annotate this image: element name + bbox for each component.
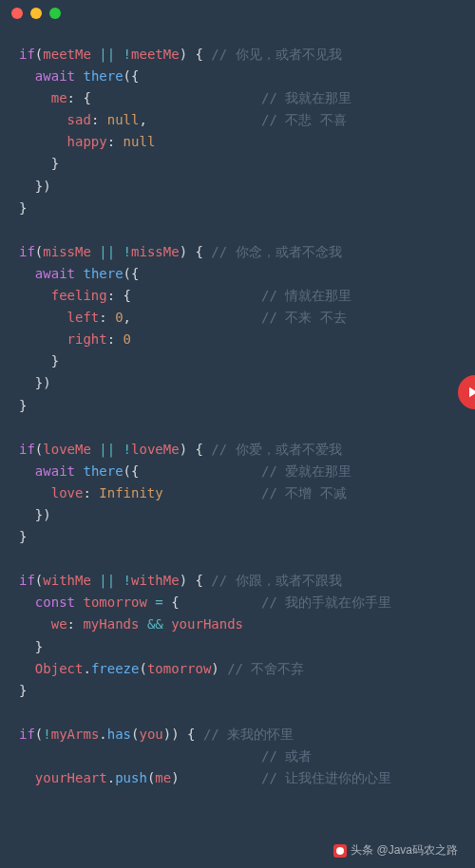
- code-line: // 或者: [19, 745, 456, 767]
- code-line: if(withMe || !withMe) { // 你跟，或者不跟我: [19, 570, 456, 592]
- comment: // 来我的怀里: [196, 726, 294, 742]
- code-line: await there({: [19, 66, 456, 87]
- code-line: }: [19, 153, 456, 175]
- code-line: me: {// 我就在那里: [19, 87, 456, 109]
- code-line: [19, 219, 456, 241]
- comment: // 你见，或者不见我: [203, 47, 342, 62]
- close-icon[interactable]: [11, 8, 23, 19]
- code-line: if(missMe || !missMe) { // 你念，或者不念我: [19, 241, 456, 263]
- comment: // 不悲 不喜: [261, 109, 347, 131]
- code-line: await there({// 爱就在那里: [19, 461, 456, 482]
- code-line: }: [19, 350, 456, 372]
- comment: // 不增 不减: [261, 482, 347, 504]
- code-line: sad: null,// 不悲 不喜: [19, 109, 456, 131]
- code-line: }): [19, 504, 456, 526]
- watermark-logo-icon: [333, 844, 347, 858]
- code-line: }: [19, 680, 456, 702]
- code-line: love: Infinity// 不增 不减: [19, 482, 456, 504]
- watermark-text: 头条 @Java码农之路: [351, 841, 458, 860]
- code-line: }): [19, 176, 456, 198]
- code-line: happy: null: [19, 131, 456, 153]
- code-line: we: myHands && yourHands: [19, 613, 456, 635]
- comment: // 你念，或者不念我: [203, 244, 342, 259]
- comment: // 不来 不去: [261, 307, 347, 329]
- code-line: yourHeart.push(me)// 让我住进你的心里: [19, 767, 456, 789]
- code-line: }: [19, 526, 456, 548]
- code-line: [19, 548, 456, 570]
- code-area: if(meetMe || !meetMe) { // 你见，或者不见我 awai…: [0, 27, 475, 789]
- comment: // 我的手就在你手里: [261, 592, 391, 613]
- code-window: if(meetMe || !meetMe) { // 你见，或者不见我 awai…: [0, 0, 475, 868]
- code-line: if(meetMe || !meetMe) { // 你见，或者不见我: [19, 44, 456, 66]
- code-line: right: 0: [19, 329, 456, 350]
- comment: // 情就在那里: [261, 285, 352, 307]
- window-titlebar: [0, 0, 475, 27]
- code-line: const tomorrow = {// 我的手就在你手里: [19, 592, 456, 613]
- code-line: }: [19, 636, 456, 658]
- watermark: 头条 @Java码农之路: [333, 841, 458, 860]
- comment: // 让我住进你的心里: [261, 767, 391, 789]
- code-line: }: [19, 198, 456, 219]
- code-line: await there({: [19, 263, 456, 285]
- comment: // 爱就在那里: [261, 461, 352, 482]
- code-line: [19, 417, 456, 439]
- comment: // 你跟，或者不跟我: [203, 573, 342, 588]
- code-line: [19, 702, 456, 724]
- comment: // 或者: [261, 745, 312, 767]
- code-line: Object.freeze(tomorrow) // 不舍不弃: [19, 658, 456, 680]
- code-line: }): [19, 372, 456, 394]
- code-line: feeling: {// 情就在那里: [19, 285, 456, 307]
- code-line: }: [19, 395, 456, 417]
- zoom-icon[interactable]: [49, 8, 61, 19]
- code-line: if(!myArms.has(you)) { // 来我的怀里: [19, 724, 456, 745]
- comment: // 我就在那里: [261, 87, 352, 109]
- minimize-icon[interactable]: [30, 8, 42, 19]
- comment: // 你爱，或者不爱我: [203, 442, 342, 457]
- code-line: left: 0,// 不来 不去: [19, 307, 456, 329]
- code-line: if(loveMe || !loveMe) { // 你爱，或者不爱我: [19, 439, 456, 461]
